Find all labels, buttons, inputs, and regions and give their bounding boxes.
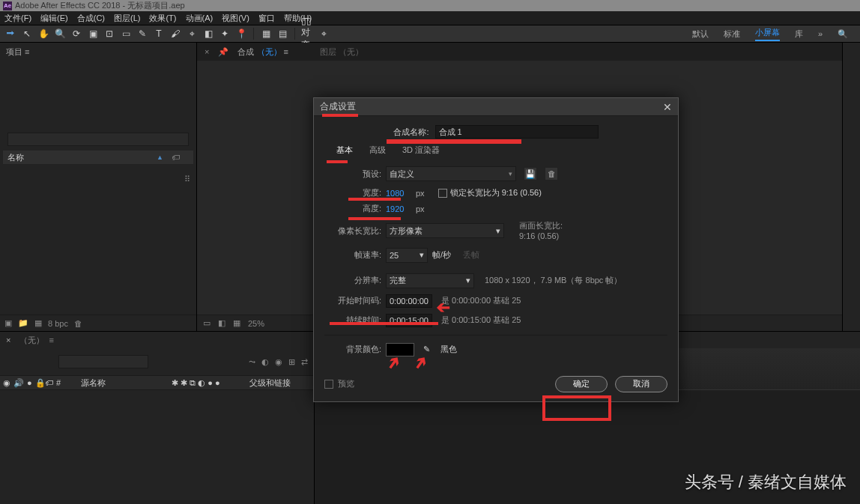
snap-icon[interactable]: ▦	[260, 28, 272, 40]
new-folder-icon[interactable]: 📁	[18, 318, 28, 328]
viewer-layer-tab[interactable]: 图层 （无）	[320, 46, 363, 58]
snap-toggle-icon[interactable]: ⌖	[318, 28, 330, 40]
preview-checkbox[interactable]	[324, 380, 333, 389]
comp-name-input[interactable]	[435, 125, 599, 139]
project-column-name: 名称	[7, 152, 24, 163]
menu-file[interactable]: 文件(F)	[4, 13, 31, 24]
flowchart-icon[interactable]: ⠿	[184, 174, 190, 184]
lock-aspect-label: 锁定长宽比为 9:16 (0.56)	[450, 187, 542, 198]
ok-button[interactable]: 确定	[555, 376, 608, 392]
search-icon[interactable]: 🔍	[838, 29, 848, 39]
project-column-header[interactable]: 名称 ▲ 🏷	[3, 151, 193, 164]
tab-advanced[interactable]: 高级	[369, 145, 386, 156]
menu-layer[interactable]: 图层(L)	[114, 13, 140, 24]
menu-effect[interactable]: 效果(T)	[149, 13, 176, 24]
menu-animation[interactable]: 动画(A)	[186, 13, 214, 24]
delete-preset-icon[interactable]: 🗑	[545, 167, 558, 180]
timeline-shy-icon[interactable]: ⤳	[249, 357, 255, 367]
dur-label: 持续时间:	[317, 315, 381, 326]
panbehind-tool-icon[interactable]: ⊡	[103, 28, 115, 40]
workspace-more-icon[interactable]: »	[818, 29, 823, 38]
res-select[interactable]: 完整▾	[386, 273, 474, 288]
project-panel-tab[interactable]: 项目 ≡	[6, 46, 29, 58]
workspace-default[interactable]: 默认	[692, 28, 709, 40]
interpret-icon[interactable]: ▣	[4, 318, 12, 328]
timeline-search-input[interactable]	[58, 355, 148, 368]
viewer-pin-icon[interactable]: 📌	[218, 47, 228, 57]
menu-view[interactable]: 视图(V)	[222, 13, 249, 24]
index-column-icon[interactable]: #	[56, 378, 61, 387]
right-dock[interactable]	[842, 43, 860, 331]
source-name-column[interactable]: 源名称	[75, 377, 172, 389]
fps-unit: 帧/秒	[432, 249, 451, 261]
eye-column-icon[interactable]: ◉	[3, 378, 10, 388]
menu-bar: 文件(F) 编辑(E) 合成(C) 图层(L) 效果(T) 动画(A) 视图(V…	[0, 11, 860, 25]
brush-tool-icon[interactable]: 🖌	[169, 28, 181, 40]
lock-column-icon[interactable]: 🔒	[35, 378, 46, 388]
timeline-graph-icon[interactable]: ⊞	[288, 357, 295, 367]
dialog-close-icon[interactable]: ✕	[663, 101, 672, 113]
puppet-tool-icon[interactable]: 📍	[235, 28, 247, 40]
trash-icon[interactable]: 🗑	[74, 319, 82, 328]
selection-tool-icon[interactable]: ↖	[21, 28, 33, 40]
bg-color-swatch[interactable]	[386, 343, 414, 356]
clone-tool-icon[interactable]: ⌖	[186, 28, 198, 40]
align-icon[interactable]: ▯▯ 对齐	[301, 28, 313, 40]
preview-label: 预览	[338, 378, 354, 389]
fps-select[interactable]: 25▾	[386, 248, 428, 263]
width-input[interactable]	[386, 189, 411, 198]
workspace-standard[interactable]: 标准	[724, 28, 740, 40]
menu-edit[interactable]: 编辑(E)	[40, 13, 68, 24]
audio-column-icon[interactable]: 🔊	[13, 378, 24, 388]
dur-suffix: 是 0:00:15:00 基础 25	[441, 315, 521, 326]
timeline-mb-icon[interactable]: ◉	[275, 357, 282, 367]
timeline-blend-icon[interactable]: ◐	[261, 357, 269, 367]
zoom-tool-icon[interactable]: 🔍	[54, 28, 66, 40]
shape-tool-icon[interactable]: ▭	[120, 28, 132, 40]
bg-label: 背景颜色:	[317, 344, 381, 355]
rotate-tool-icon[interactable]: ⟳	[70, 28, 82, 40]
workspace-library[interactable]: 库	[795, 28, 803, 40]
label-column-icon[interactable]: 🏷	[45, 378, 53, 387]
new-comp-icon[interactable]: ▦	[34, 318, 42, 328]
save-preset-icon[interactable]: 💾	[524, 167, 537, 180]
home-icon[interactable]: ⮕	[4, 28, 16, 40]
viewer-zoom[interactable]: 25%	[248, 319, 264, 328]
bpc-label[interactable]: 8 bpc	[48, 319, 68, 328]
viewer-icon-3[interactable]: ▦	[233, 318, 240, 328]
project-search-input[interactable]	[7, 133, 189, 146]
eraser-tool-icon[interactable]: ◧	[202, 28, 214, 40]
preset-select[interactable]: 自定义▾	[386, 166, 516, 181]
window-title-bar: Ae Adobe After Effects CC 2018 - 无标题项目.a…	[0, 0, 860, 11]
text-tool-icon[interactable]: T	[153, 28, 165, 40]
menu-composition[interactable]: 合成(C)	[77, 13, 105, 24]
solo-column-icon[interactable]: ●	[27, 378, 32, 388]
hand-tool-icon[interactable]: ✋	[37, 28, 49, 40]
menu-window[interactable]: 窗口	[258, 13, 275, 24]
lock-aspect-checkbox[interactable]	[438, 189, 447, 198]
viewer-icon-1[interactable]: ▭	[203, 318, 211, 328]
viewer-icon-2[interactable]: ◧	[218, 318, 225, 328]
tab-basic[interactable]: 基本	[336, 145, 353, 156]
parent-column[interactable]: 父级和链接	[246, 377, 314, 389]
switches-column-icon[interactable]: ✱ ✱ ⧉ ◐ ● ●	[172, 378, 220, 387]
grid-icon[interactable]: ▤	[276, 28, 288, 40]
pen-tool-icon[interactable]: ✎	[136, 28, 148, 40]
viewer-comp-tab[interactable]: 合成 （无） ≡	[237, 46, 288, 58]
cancel-button[interactable]: 取消	[615, 376, 667, 392]
timeline-switch-icon[interactable]: ⇄	[301, 357, 308, 367]
start-label: 开始时间码:	[317, 295, 381, 306]
tab-3d-renderer[interactable]: 3D 渲染器	[402, 145, 440, 156]
viewer-close-icon[interactable]: ×	[205, 47, 209, 56]
height-input[interactable]	[386, 204, 411, 213]
par-select[interactable]: 方形像素▾	[386, 223, 504, 238]
camera-tool-icon[interactable]: ▣	[87, 28, 99, 40]
timeline-tab-close-icon[interactable]: ×	[6, 336, 10, 344]
duration-input[interactable]	[386, 314, 432, 327]
app-icon: Ae	[3, 1, 12, 10]
start-timecode-input[interactable]	[386, 294, 432, 308]
timeline-tab-none[interactable]: （无）	[19, 335, 44, 346]
roto-tool-icon[interactable]: ✦	[219, 28, 231, 40]
eyedropper-icon[interactable]: ✎	[423, 344, 430, 354]
workspace-small[interactable]: 小屏幕	[755, 27, 780, 41]
